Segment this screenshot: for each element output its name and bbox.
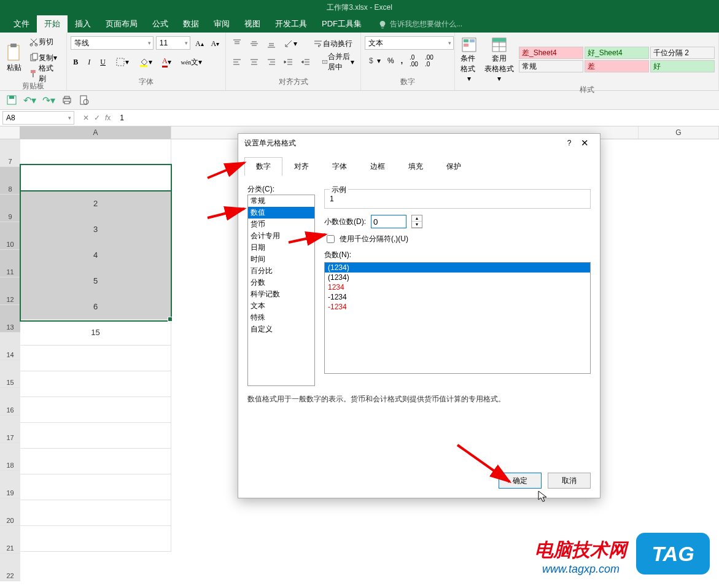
cell-a8[interactable]: 1 bbox=[20, 164, 171, 191]
tell-me[interactable]: 告诉我您想要做什么... bbox=[378, 19, 462, 33]
tab-review[interactable]: 审阅 bbox=[206, 15, 237, 33]
cell-a7[interactable] bbox=[20, 139, 171, 165]
cell-a20[interactable] bbox=[20, 474, 171, 500]
dialog-tab-protect[interactable]: 保护 bbox=[435, 157, 473, 176]
neg-listbox[interactable]: (1234)(1234)1234-1234-1234 bbox=[324, 262, 591, 374]
font-name-combo[interactable]: 等线 bbox=[71, 36, 154, 50]
cell-a16[interactable] bbox=[20, 371, 171, 397]
painter-button[interactable]: 格式刷 bbox=[26, 66, 63, 81]
cell-a22[interactable] bbox=[20, 525, 171, 552]
spin-up-icon[interactable]: ▲ bbox=[412, 215, 422, 222]
number-format-combo[interactable]: 文本 bbox=[365, 36, 454, 50]
cell-a15[interactable] bbox=[20, 345, 171, 371]
align-bottom-button[interactable] bbox=[264, 36, 279, 51]
cell-a14[interactable]: 15 bbox=[20, 319, 171, 346]
neg-item-3[interactable]: -1234 bbox=[325, 292, 590, 302]
col-header-a[interactable]: A bbox=[20, 126, 171, 139]
tab-dev[interactable]: 开发工具 bbox=[268, 15, 314, 33]
neg-item-2[interactable]: 1234 bbox=[325, 282, 590, 292]
orientation-button[interactable]: ▾ bbox=[281, 36, 300, 51]
style-bad[interactable]: 差_Sheet4 bbox=[519, 47, 583, 59]
tab-file[interactable]: 文件 bbox=[6, 15, 37, 33]
style-bad2[interactable]: 差 bbox=[585, 60, 649, 72]
paste-button[interactable]: 粘贴 bbox=[4, 41, 25, 75]
dialog-tab-fill[interactable]: 填充 bbox=[397, 157, 435, 176]
spin-down-icon[interactable]: ▼ bbox=[412, 222, 422, 228]
dialog-help-button[interactable]: ? bbox=[563, 139, 575, 147]
underline-button[interactable]: U bbox=[98, 55, 108, 69]
enter-formula-icon[interactable]: ✓ bbox=[94, 114, 100, 122]
tab-view[interactable]: 视图 bbox=[237, 15, 268, 33]
comma-button[interactable]: , bbox=[398, 53, 405, 68]
row-header-15[interactable]: 15 bbox=[0, 360, 20, 388]
neg-item-1[interactable]: (1234) bbox=[325, 273, 590, 282]
cell-a21[interactable] bbox=[20, 500, 171, 526]
cell-a9[interactable]: 2 bbox=[20, 190, 171, 217]
tab-layout[interactable]: 页面布局 bbox=[98, 15, 145, 33]
fx-icon[interactable]: fx bbox=[105, 114, 111, 122]
redo-button[interactable]: ↷▾ bbox=[42, 95, 55, 106]
style-thousand[interactable]: 千位分隔 2 bbox=[650, 47, 715, 59]
currency-button[interactable]: $▾ bbox=[365, 53, 383, 68]
cat-scientific[interactable]: 科学记数 bbox=[248, 288, 314, 300]
formula-input[interactable]: 1 bbox=[117, 114, 719, 122]
row-header-11[interactable]: 11 bbox=[0, 250, 20, 277]
row-header-17[interactable]: 17 bbox=[0, 416, 20, 443]
cat-currency[interactable]: 货币 bbox=[248, 219, 314, 230]
tab-pdf[interactable]: PDF工具集 bbox=[314, 15, 369, 33]
cell-a19[interactable] bbox=[20, 448, 171, 474]
row-header-14[interactable]: 14 bbox=[0, 333, 20, 360]
bold-button[interactable]: B bbox=[71, 55, 80, 69]
row-header-19[interactable]: 19 bbox=[0, 471, 20, 498]
dialog-tab-font[interactable]: 字体 bbox=[321, 157, 359, 176]
neg-item-4[interactable]: -1234 bbox=[325, 302, 590, 312]
cell-a13[interactable]: 6 bbox=[20, 293, 171, 320]
table-format-button[interactable]: 套用 表格格式▾ bbox=[483, 34, 516, 85]
grow-font-button[interactable]: A▴ bbox=[193, 36, 206, 51]
row-header-12[interactable]: 12 bbox=[0, 277, 20, 305]
align-left-button[interactable] bbox=[230, 55, 244, 69]
fill-handle[interactable] bbox=[168, 317, 173, 322]
cat-general[interactable]: 常规 bbox=[248, 195, 314, 207]
decimal-input[interactable] bbox=[371, 215, 406, 228]
row-header-13[interactable]: 13 bbox=[0, 305, 20, 333]
font-color-button[interactable]: A▾ bbox=[160, 55, 174, 69]
indent-inc-button[interactable] bbox=[298, 55, 313, 69]
cat-percent[interactable]: 百分比 bbox=[248, 265, 314, 277]
merge-button[interactable]: 合并后居中▾ bbox=[319, 55, 357, 69]
cut-button[interactable]: 剪切 bbox=[26, 34, 63, 49]
wrap-button[interactable]: 自动换行 bbox=[311, 36, 355, 51]
row-header-9[interactable]: 9 bbox=[0, 195, 20, 222]
cat-text[interactable]: 文本 bbox=[248, 300, 314, 312]
cond-format-button[interactable]: 条件格式▾ bbox=[459, 34, 480, 85]
align-top-button[interactable] bbox=[230, 36, 244, 51]
row-header-22[interactable]: 22 bbox=[0, 554, 20, 581]
align-middle-button[interactable] bbox=[247, 36, 262, 51]
row-header-16[interactable]: 16 bbox=[0, 388, 20, 416]
dec-decimal-button[interactable]: .00.0 bbox=[422, 53, 436, 68]
tab-insert[interactable]: 插入 bbox=[68, 15, 98, 33]
thousand-checkbox[interactable] bbox=[327, 235, 335, 243]
font-size-combo[interactable]: 11 bbox=[156, 36, 190, 50]
tab-home[interactable]: 开始 bbox=[37, 15, 68, 33]
italic-button[interactable]: I bbox=[85, 55, 93, 69]
print-icon[interactable] bbox=[61, 95, 72, 106]
border-button[interactable]: ▾ bbox=[113, 55, 131, 69]
category-listbox[interactable]: 常规 数值 货币 会计专用 日期 时间 百分比 分数 科学记数 文本 特殊 自定… bbox=[247, 195, 315, 386]
decimal-spinner[interactable]: ▲▼ bbox=[411, 215, 422, 228]
style-good[interactable]: 好_Sheet4 bbox=[585, 47, 649, 59]
tab-formula[interactable]: 公式 bbox=[145, 15, 176, 33]
name-box[interactable]: A8 bbox=[2, 111, 74, 125]
cell-a11[interactable]: 4 bbox=[20, 242, 171, 268]
row-header-7[interactable]: 7 bbox=[0, 139, 20, 167]
row-header-21[interactable]: 21 bbox=[0, 526, 20, 554]
cell-a17[interactable] bbox=[20, 397, 171, 423]
percent-button[interactable]: % bbox=[385, 53, 397, 68]
dialog-tab-align[interactable]: 对齐 bbox=[282, 157, 321, 176]
select-all-corner[interactable] bbox=[0, 126, 20, 139]
cat-custom[interactable]: 自定义 bbox=[248, 323, 314, 335]
tab-data[interactable]: 数据 bbox=[176, 15, 206, 33]
ok-button[interactable]: 确定 bbox=[499, 473, 542, 489]
style-good2[interactable]: 好 bbox=[650, 60, 715, 72]
cell-a12[interactable]: 5 bbox=[20, 268, 171, 294]
